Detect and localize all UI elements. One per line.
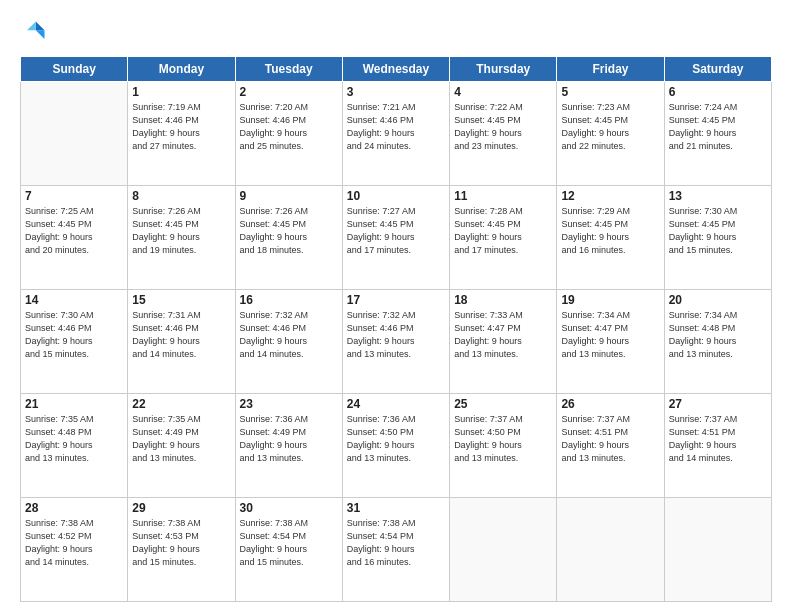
- day-info: Sunrise: 7:20 AM Sunset: 4:46 PM Dayligh…: [240, 101, 338, 153]
- day-cell: 3Sunrise: 7:21 AM Sunset: 4:46 PM Daylig…: [342, 82, 449, 186]
- day-number: 23: [240, 397, 338, 411]
- day-cell: 22Sunrise: 7:35 AM Sunset: 4:49 PM Dayli…: [128, 394, 235, 498]
- day-info: Sunrise: 7:28 AM Sunset: 4:45 PM Dayligh…: [454, 205, 552, 257]
- day-number: 17: [347, 293, 445, 307]
- day-info: Sunrise: 7:36 AM Sunset: 4:49 PM Dayligh…: [240, 413, 338, 465]
- day-info: Sunrise: 7:34 AM Sunset: 4:47 PM Dayligh…: [561, 309, 659, 361]
- day-number: 16: [240, 293, 338, 307]
- day-cell: 23Sunrise: 7:36 AM Sunset: 4:49 PM Dayli…: [235, 394, 342, 498]
- day-info: Sunrise: 7:27 AM Sunset: 4:45 PM Dayligh…: [347, 205, 445, 257]
- weekday-header-friday: Friday: [557, 57, 664, 82]
- day-number: 21: [25, 397, 123, 411]
- weekday-row: SundayMondayTuesdayWednesdayThursdayFrid…: [21, 57, 772, 82]
- day-cell: 13Sunrise: 7:30 AM Sunset: 4:45 PM Dayli…: [664, 186, 771, 290]
- day-number: 2: [240, 85, 338, 99]
- day-info: Sunrise: 7:23 AM Sunset: 4:45 PM Dayligh…: [561, 101, 659, 153]
- day-info: Sunrise: 7:38 AM Sunset: 4:54 PM Dayligh…: [347, 517, 445, 569]
- day-info: Sunrise: 7:36 AM Sunset: 4:50 PM Dayligh…: [347, 413, 445, 465]
- day-info: Sunrise: 7:37 AM Sunset: 4:51 PM Dayligh…: [561, 413, 659, 465]
- day-number: 8: [132, 189, 230, 203]
- day-cell: 24Sunrise: 7:36 AM Sunset: 4:50 PM Dayli…: [342, 394, 449, 498]
- day-number: 31: [347, 501, 445, 515]
- week-row-1: 7Sunrise: 7:25 AM Sunset: 4:45 PM Daylig…: [21, 186, 772, 290]
- day-cell: 9Sunrise: 7:26 AM Sunset: 4:45 PM Daylig…: [235, 186, 342, 290]
- day-number: 28: [25, 501, 123, 515]
- calendar-header: SundayMondayTuesdayWednesdayThursdayFrid…: [21, 57, 772, 82]
- day-cell: 30Sunrise: 7:38 AM Sunset: 4:54 PM Dayli…: [235, 498, 342, 602]
- day-cell: 16Sunrise: 7:32 AM Sunset: 4:46 PM Dayli…: [235, 290, 342, 394]
- day-cell: 4Sunrise: 7:22 AM Sunset: 4:45 PM Daylig…: [450, 82, 557, 186]
- day-cell: 8Sunrise: 7:26 AM Sunset: 4:45 PM Daylig…: [128, 186, 235, 290]
- calendar-body: 1Sunrise: 7:19 AM Sunset: 4:46 PM Daylig…: [21, 82, 772, 602]
- calendar: SundayMondayTuesdayWednesdayThursdayFrid…: [20, 56, 772, 602]
- day-info: Sunrise: 7:21 AM Sunset: 4:46 PM Dayligh…: [347, 101, 445, 153]
- day-cell: [450, 498, 557, 602]
- day-cell: 25Sunrise: 7:37 AM Sunset: 4:50 PM Dayli…: [450, 394, 557, 498]
- day-number: 18: [454, 293, 552, 307]
- day-info: Sunrise: 7:24 AM Sunset: 4:45 PM Dayligh…: [669, 101, 767, 153]
- weekday-header-sunday: Sunday: [21, 57, 128, 82]
- day-info: Sunrise: 7:22 AM Sunset: 4:45 PM Dayligh…: [454, 101, 552, 153]
- day-cell: 19Sunrise: 7:34 AM Sunset: 4:47 PM Dayli…: [557, 290, 664, 394]
- day-cell: 26Sunrise: 7:37 AM Sunset: 4:51 PM Dayli…: [557, 394, 664, 498]
- day-info: Sunrise: 7:37 AM Sunset: 4:51 PM Dayligh…: [669, 413, 767, 465]
- day-cell: 14Sunrise: 7:30 AM Sunset: 4:46 PM Dayli…: [21, 290, 128, 394]
- weekday-header-saturday: Saturday: [664, 57, 771, 82]
- day-number: 20: [669, 293, 767, 307]
- week-row-0: 1Sunrise: 7:19 AM Sunset: 4:46 PM Daylig…: [21, 82, 772, 186]
- day-number: 24: [347, 397, 445, 411]
- header: [20, 18, 772, 46]
- week-row-2: 14Sunrise: 7:30 AM Sunset: 4:46 PM Dayli…: [21, 290, 772, 394]
- day-cell: 1Sunrise: 7:19 AM Sunset: 4:46 PM Daylig…: [128, 82, 235, 186]
- day-info: Sunrise: 7:25 AM Sunset: 4:45 PM Dayligh…: [25, 205, 123, 257]
- day-number: 7: [25, 189, 123, 203]
- day-number: 19: [561, 293, 659, 307]
- day-cell: 28Sunrise: 7:38 AM Sunset: 4:52 PM Dayli…: [21, 498, 128, 602]
- day-info: Sunrise: 7:37 AM Sunset: 4:50 PM Dayligh…: [454, 413, 552, 465]
- day-cell: 15Sunrise: 7:31 AM Sunset: 4:46 PM Dayli…: [128, 290, 235, 394]
- day-number: 14: [25, 293, 123, 307]
- svg-marker-0: [36, 22, 45, 31]
- day-info: Sunrise: 7:31 AM Sunset: 4:46 PM Dayligh…: [132, 309, 230, 361]
- day-cell: 18Sunrise: 7:33 AM Sunset: 4:47 PM Dayli…: [450, 290, 557, 394]
- day-number: 25: [454, 397, 552, 411]
- day-number: 22: [132, 397, 230, 411]
- day-info: Sunrise: 7:38 AM Sunset: 4:53 PM Dayligh…: [132, 517, 230, 569]
- day-info: Sunrise: 7:30 AM Sunset: 4:45 PM Dayligh…: [669, 205, 767, 257]
- day-number: 12: [561, 189, 659, 203]
- day-info: Sunrise: 7:35 AM Sunset: 4:48 PM Dayligh…: [25, 413, 123, 465]
- day-number: 27: [669, 397, 767, 411]
- day-cell: 12Sunrise: 7:29 AM Sunset: 4:45 PM Dayli…: [557, 186, 664, 290]
- day-info: Sunrise: 7:26 AM Sunset: 4:45 PM Dayligh…: [240, 205, 338, 257]
- day-info: Sunrise: 7:32 AM Sunset: 4:46 PM Dayligh…: [240, 309, 338, 361]
- day-cell: 7Sunrise: 7:25 AM Sunset: 4:45 PM Daylig…: [21, 186, 128, 290]
- day-cell: 21Sunrise: 7:35 AM Sunset: 4:48 PM Dayli…: [21, 394, 128, 498]
- day-info: Sunrise: 7:32 AM Sunset: 4:46 PM Dayligh…: [347, 309, 445, 361]
- logo: [20, 18, 52, 46]
- day-cell: 11Sunrise: 7:28 AM Sunset: 4:45 PM Dayli…: [450, 186, 557, 290]
- weekday-header-tuesday: Tuesday: [235, 57, 342, 82]
- weekday-header-monday: Monday: [128, 57, 235, 82]
- day-number: 11: [454, 189, 552, 203]
- day-number: 10: [347, 189, 445, 203]
- day-cell: 27Sunrise: 7:37 AM Sunset: 4:51 PM Dayli…: [664, 394, 771, 498]
- day-info: Sunrise: 7:35 AM Sunset: 4:49 PM Dayligh…: [132, 413, 230, 465]
- day-number: 29: [132, 501, 230, 515]
- day-cell: [557, 498, 664, 602]
- week-row-4: 28Sunrise: 7:38 AM Sunset: 4:52 PM Dayli…: [21, 498, 772, 602]
- day-info: Sunrise: 7:29 AM Sunset: 4:45 PM Dayligh…: [561, 205, 659, 257]
- day-info: Sunrise: 7:33 AM Sunset: 4:47 PM Dayligh…: [454, 309, 552, 361]
- day-number: 5: [561, 85, 659, 99]
- day-info: Sunrise: 7:30 AM Sunset: 4:46 PM Dayligh…: [25, 309, 123, 361]
- day-cell: [21, 82, 128, 186]
- day-cell: 29Sunrise: 7:38 AM Sunset: 4:53 PM Dayli…: [128, 498, 235, 602]
- day-info: Sunrise: 7:34 AM Sunset: 4:48 PM Dayligh…: [669, 309, 767, 361]
- day-info: Sunrise: 7:19 AM Sunset: 4:46 PM Dayligh…: [132, 101, 230, 153]
- day-number: 26: [561, 397, 659, 411]
- day-number: 13: [669, 189, 767, 203]
- day-cell: 20Sunrise: 7:34 AM Sunset: 4:48 PM Dayli…: [664, 290, 771, 394]
- day-info: Sunrise: 7:26 AM Sunset: 4:45 PM Dayligh…: [132, 205, 230, 257]
- day-number: 6: [669, 85, 767, 99]
- day-number: 15: [132, 293, 230, 307]
- day-cell: 2Sunrise: 7:20 AM Sunset: 4:46 PM Daylig…: [235, 82, 342, 186]
